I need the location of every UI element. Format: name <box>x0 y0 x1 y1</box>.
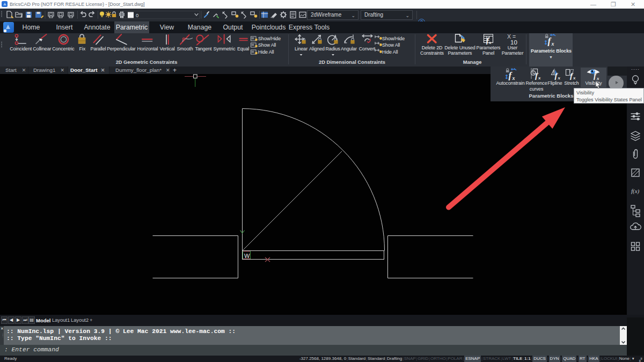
svg-text:W: W <box>244 253 250 259</box>
svg-text:x: x <box>512 75 515 81</box>
svg-text:x: x <box>488 40 492 45</box>
svg-text:x: x <box>538 75 541 80</box>
svg-text:x: x <box>596 76 599 81</box>
svg-text:0: 0 <box>136 12 138 18</box>
svg-text:10: 10 <box>510 39 517 46</box>
svg-text:x: x <box>573 75 576 80</box>
svg-text:f(x): f(x) <box>631 188 640 195</box>
svg-text:x: x <box>558 75 561 80</box>
svg-text:x: x <box>551 41 554 47</box>
